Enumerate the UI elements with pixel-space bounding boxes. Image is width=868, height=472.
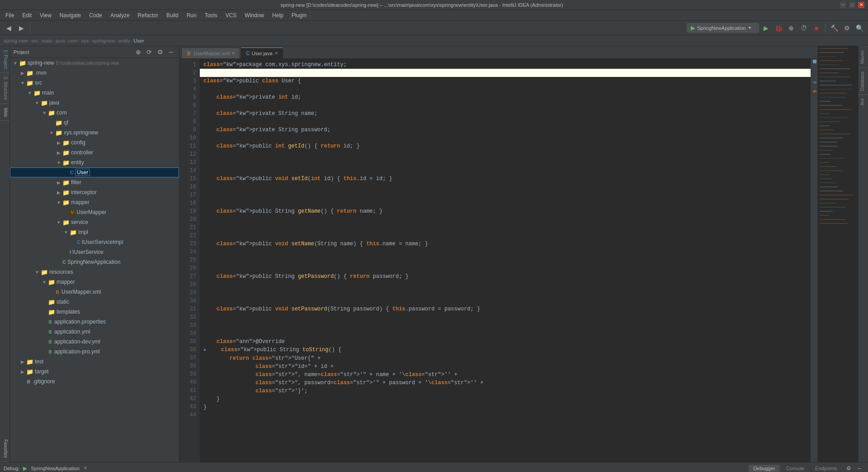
structure-panel-button[interactable]: 2: Structure: [0, 73, 9, 104]
search-everywhere-button[interactable]: 🔍: [854, 22, 865, 34]
tree-item-com[interactable]: ▼📁com: [10, 108, 179, 118]
tree-item-main[interactable]: ▼📁main: [10, 88, 179, 98]
menu-item-run[interactable]: Run: [183, 11, 200, 19]
tree-item-UserMapper-xml[interactable]: 🗎UserMapper.xml: [10, 287, 179, 297]
tab-close-usermapper[interactable]: ✕: [231, 51, 235, 56]
line-number: 24: [179, 248, 196, 256]
tree-item-application-pro-yml[interactable]: 🗎application-pro.yml: [10, 347, 179, 357]
tree-item-xys-springnew[interactable]: ▼📁xys.springnew: [10, 128, 179, 138]
tree-label: resources: [49, 269, 73, 275]
tree-item-mapper[interactable]: ▼📁mapper: [10, 197, 179, 207]
tree-item-interceptor[interactable]: ▶📁interceptor: [10, 187, 179, 197]
debug-close-button[interactable]: ─: [854, 463, 864, 472]
tree-item-spring-new[interactable]: ▼📁spring-newD:\codes\ideacodes\spring-ne…: [10, 58, 179, 68]
debug-tab-console[interactable]: Console: [782, 465, 809, 472]
tree-item-templates[interactable]: 📁templates: [10, 307, 179, 317]
tree-item-test[interactable]: ▶📁test: [10, 357, 179, 367]
tree-item-java[interactable]: ▼📁java: [10, 98, 179, 108]
tab-user-java[interactable]: C User.java ✕: [241, 48, 283, 58]
project-panel: Project ⊕ ⟳ ⚙ ─ ▼📁spring-newD:\codes\ide…: [10, 46, 179, 462]
tree-item-SpringNewApplication[interactable]: CSpringNewApplication: [10, 257, 179, 267]
code-content[interactable]: class="kw">package com.xys.springnew.ent…: [200, 59, 811, 462]
project-collapse-button[interactable]: ─: [166, 48, 175, 56]
tree-item-impl[interactable]: ▼📁impl: [10, 227, 179, 237]
breadcrumb-root[interactable]: spring-new: [4, 38, 28, 43]
menu-item-analyze[interactable]: Analyze: [107, 11, 133, 19]
menu-item-edit[interactable]: Edit: [19, 11, 35, 19]
tab-usermapper-xml[interactable]: 🗎 UserMapper.xml ✕: [181, 48, 240, 58]
coverage-button[interactable]: ⊕: [785, 22, 797, 34]
debug-button[interactable]: 🐞: [773, 22, 784, 34]
debug-tab-endpoints[interactable]: Endpoints: [811, 465, 842, 472]
run-config-selector[interactable]: ▶ SpringNewApplication ▼: [687, 23, 759, 33]
menu-item-build[interactable]: Build: [163, 11, 182, 19]
project-add-button[interactable]: ⊕: [134, 48, 143, 56]
maven-panel-button[interactable]: Maven: [859, 46, 868, 67]
code-line: class="kw">private int id;: [203, 93, 807, 101]
debug-tab-debugger[interactable]: Debugger: [749, 465, 779, 472]
menu-item-help[interactable]: Help: [269, 11, 287, 19]
favorites-panel-button[interactable]: Favorites: [0, 436, 9, 462]
tree-item-entity[interactable]: ▼📁entity: [10, 157, 179, 167]
debug-settings-button[interactable]: ⚙: [844, 463, 854, 472]
tab-close-user[interactable]: ✕: [274, 51, 278, 56]
tree-item-mapper[interactable]: ▼📁mapper: [10, 277, 179, 287]
web-panel-button[interactable]: Web: [0, 104, 9, 121]
tree-item-application-yml[interactable]: 🗎application.yml: [10, 327, 179, 337]
project-settings-button[interactable]: ⚙: [156, 48, 165, 56]
line-number: 26: [179, 264, 196, 272]
close-button[interactable]: ✕: [858, 2, 864, 8]
run-button[interactable]: ▶: [760, 22, 772, 34]
profile-button[interactable]: ⏱: [798, 22, 810, 34]
code-line-bookmark: ● class="kw">public String toString() {: [203, 346, 807, 354]
right-scroll-gutter[interactable]: [811, 59, 817, 462]
tree-item-filter[interactable]: ▶📁filter: [10, 177, 179, 187]
debug-tabs-bar: Debug: ▶ SpringNewApplication ✕ Debugger…: [0, 462, 868, 472]
build-button[interactable]: 🔨: [828, 22, 840, 34]
tree-item-static[interactable]: 📁static: [10, 297, 179, 307]
tree-item-resources[interactable]: ▼📁resources: [10, 267, 179, 277]
tree-item-service[interactable]: ▼📁service: [10, 217, 179, 227]
tree-item-IUserServiceImpl[interactable]: CIUserServiceImpl: [10, 237, 179, 247]
menu-item-view[interactable]: View: [36, 11, 55, 19]
tree-label: application-dev.yml: [54, 339, 100, 345]
ant-panel-button[interactable]: Ant: [859, 95, 868, 109]
tree-label: test: [35, 358, 43, 365]
code-editor[interactable]: 1234567891011121314151617181920212223242…: [179, 59, 817, 462]
project-sync-button[interactable]: ⟳: [145, 48, 154, 56]
code-line: [203, 411, 807, 420]
menu-item-file[interactable]: File: [2, 11, 18, 19]
tree-label: src: [35, 80, 42, 86]
forward-button[interactable]: ▶: [15, 22, 27, 34]
menu-item-refactor[interactable]: Refactor: [134, 11, 162, 19]
minimize-button[interactable]: ─: [840, 2, 846, 8]
tree-item-controller[interactable]: ▶📁controller: [10, 148, 179, 157]
menu-item-vcs[interactable]: VCS: [222, 11, 241, 19]
line-number: 11: [179, 142, 196, 150]
settings-button[interactable]: ⚙: [841, 22, 853, 34]
tree-item-IUserService[interactable]: IIUserService: [10, 247, 179, 257]
menu-item-navigate[interactable]: Navigate: [56, 11, 85, 19]
menu-item-tools[interactable]: Tools: [201, 11, 221, 19]
project-panel-button[interactable]: 1: Project: [0, 46, 9, 73]
menu-item-plugin[interactable]: Plugin: [288, 11, 310, 19]
tree-item-target[interactable]: ▶📁target: [10, 367, 179, 377]
tree-item-config[interactable]: ▶📁config: [10, 138, 179, 148]
tree-item-qf[interactable]: 📁qf: [10, 118, 179, 128]
tree-item--gitignore[interactable]: 🗎.gitignore: [10, 377, 179, 386]
tree-item-src[interactable]: ▼📁src: [10, 78, 179, 88]
tree-item-application-dev-yml[interactable]: 🗎application-dev.yml: [10, 337, 179, 347]
database-panel-button[interactable]: Database: [859, 67, 868, 95]
back-button[interactable]: ◀: [3, 22, 14, 34]
menu-item-window[interactable]: Window: [241, 11, 268, 19]
line-number: 37: [179, 354, 196, 362]
menu-item-code[interactable]: Code: [85, 11, 106, 19]
stop-button[interactable]: ■: [811, 22, 822, 34]
tree-item-application-properties[interactable]: 🗎application.properties: [10, 317, 179, 327]
tree-item-UserMapper[interactable]: MUserMapper: [10, 207, 179, 217]
maximize-button[interactable]: □: [849, 2, 855, 8]
tree-item--mvn[interactable]: ▶📁.mvn: [10, 68, 179, 78]
code-line: [203, 150, 807, 158]
tree-item-User[interactable]: CUser: [10, 167, 179, 177]
tree-label: xys.springnew: [64, 129, 98, 136]
